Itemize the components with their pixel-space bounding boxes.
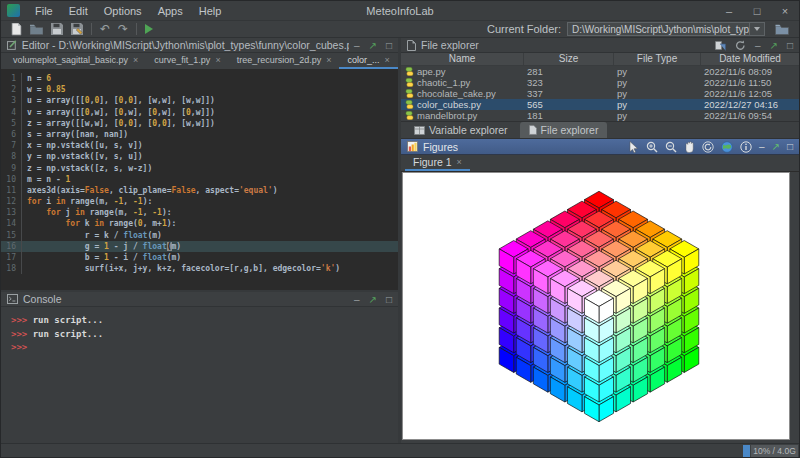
app-logo-icon [7, 4, 20, 17]
close-icon[interactable]: × [133, 55, 138, 65]
menu-options[interactable]: Options [96, 1, 150, 21]
browse-folder-button[interactable] [771, 22, 793, 37]
detach-panel-button[interactable]: ↗ [369, 38, 377, 53]
maximize-button[interactable]: □ [743, 1, 771, 21]
cursor-tool-button[interactable] [628, 141, 639, 153]
minimize-panel-button[interactable]: – [354, 292, 360, 307]
combobox-dropdown-button[interactable] [749, 23, 764, 35]
minimize-panel-button[interactable]: – [354, 38, 360, 53]
code-line: 6s = array([nan, nan]) [1, 129, 398, 140]
python-file-icon [405, 89, 414, 98]
tab-file-explorer[interactable]: File explorer [520, 122, 608, 138]
code-text: u = array([[0,0], [0,0], [w,w], [w,w]]) [22, 95, 215, 106]
close-icon[interactable]: × [384, 55, 389, 65]
tab-label: Variable explorer [429, 124, 508, 136]
explorer-tab-bar: Variable explorerFile explorer [401, 121, 799, 139]
editor-panel-controls: – ↗ □ [354, 38, 392, 53]
console-output[interactable]: >>> run script...>>> run script...>>> [1, 307, 398, 443]
code-text: z = array([[w,w], [0,0], [0,0], [w,w]]) [22, 118, 215, 129]
minimize-button[interactable]: – [715, 1, 743, 21]
code-line: 16 g = 1 - j / float(m) [1, 241, 398, 252]
new-file-icon [11, 23, 22, 36]
file-modified: 2022/12/27 04:16 [701, 99, 799, 110]
run-script-button[interactable] [141, 22, 157, 37]
tab-figure-1[interactable]: Figure 1 × [405, 154, 470, 171]
figure-canvas[interactable] [402, 172, 790, 440]
close-button[interactable]: × [771, 1, 799, 21]
file-row-color_cubes-py[interactable]: color_cubes.py565py2022/12/27 04:16 [401, 99, 799, 110]
close-icon[interactable]: × [215, 55, 220, 65]
menu-edit[interactable]: Edit [61, 1, 96, 21]
save-as-button[interactable] [67, 22, 87, 37]
pan-icon [684, 141, 695, 153]
open-folder-button[interactable] [26, 22, 47, 37]
refresh-icon[interactable] [735, 40, 746, 51]
window-controls: – □ × [715, 1, 799, 21]
file-row-ape-py[interactable]: ape.py281py2022/11/6 08:09 [401, 66, 799, 77]
editor-tab-curve-fit-1-py[interactable]: curve_fit_1.py× [146, 52, 228, 69]
zoom-out-tool-button[interactable] [665, 141, 677, 153]
maximize-panel-button[interactable]: □ [386, 38, 392, 53]
open-in-editor-icon[interactable] [715, 40, 726, 51]
save-button[interactable] [47, 22, 67, 37]
menu-apps[interactable]: Apps [150, 1, 191, 21]
open-folder-icon [30, 24, 43, 35]
globe-tool-button[interactable] [721, 141, 733, 153]
editor-tab-color-[interactable]: color_...× [339, 52, 397, 69]
code-line: 13 for j in range(m, -1, -1): [1, 207, 398, 218]
line-number: 11 [1, 185, 22, 196]
code-editor[interactable]: 1n = 62w = 0.853u = array([[0,0], [0,0],… [1, 70, 398, 290]
line-number: 12 [1, 196, 22, 207]
redo-button[interactable]: ↷ [114, 22, 132, 37]
column-header-size[interactable]: Size [524, 53, 614, 65]
file-row-chocolate_cake-py[interactable]: chocolate_cake.py337py2022/11/6 12:05 [401, 88, 799, 99]
editor-tab-volumeplot-sagittal-basic-py[interactable]: volumeplot_sagittal_basic.py× [5, 52, 146, 69]
code-text: for j in range(m, -1, -1): [22, 207, 172, 218]
current-folder-combobox[interactable]: D:\Working\MIScript\Jython\mis\plot_type… [567, 22, 765, 36]
column-header-name[interactable]: Name [401, 53, 524, 65]
figure-body [401, 172, 799, 443]
line-number: 17 [1, 252, 22, 263]
tab-variable-explorer[interactable]: Variable explorer [405, 122, 517, 138]
rotate-tool-button[interactable] [702, 141, 714, 153]
main-area: Editor - D:\Working\MIScript\Jython\mis\… [1, 38, 799, 443]
detach-panel-button[interactable]: ↗ [369, 292, 377, 307]
file-row-chaotic_1-py[interactable]: chaotic_1.py323py2022/11/6 11:50 [401, 77, 799, 88]
minimize-panel-button[interactable]: – [759, 139, 765, 154]
close-icon[interactable]: × [457, 157, 462, 167]
minimize-panel-button[interactable]: – [755, 38, 761, 53]
close-icon[interactable]: × [326, 55, 331, 65]
memory-usage-label: 10% / 4.0G [751, 445, 798, 457]
zoom-in-tool-button[interactable] [646, 141, 658, 153]
tab-label: curve_fit_1.py [154, 55, 210, 65]
file-name: chaotic_1.py [417, 77, 470, 88]
new-file-button[interactable] [7, 22, 26, 37]
pan-tool-button[interactable] [684, 141, 695, 153]
python-file-icon [405, 111, 414, 120]
maximize-panel-button[interactable]: □ [787, 139, 793, 154]
detach-panel-button[interactable]: ↗ [770, 38, 778, 53]
code-text: s = array([nan, nan]) [22, 129, 128, 140]
file-modified: 2022/11/6 11:50 [701, 77, 799, 88]
undo-button[interactable]: ↶ [96, 22, 114, 37]
terminal-icon [7, 294, 18, 304]
code-line: 10m = n - 1 [1, 174, 398, 185]
code-text: x = np.vstack([u, s, v]) [22, 140, 143, 151]
left-column: Editor - D:\Working\MIScript\Jython\mis\… [1, 38, 398, 443]
code-text: n = 6 [22, 73, 51, 84]
column-header-file-type[interactable]: File Type [614, 53, 701, 65]
maximize-panel-button[interactable]: □ [386, 292, 392, 307]
code-text: axes3d(axis=False, clip_plane=False, asp… [22, 185, 278, 196]
info-tool-button[interactable] [740, 141, 752, 153]
file-name: mandelbrot.py [417, 110, 477, 121]
column-header-date-modified[interactable]: Date Modified [701, 53, 799, 65]
maximize-panel-button[interactable]: □ [787, 38, 793, 53]
detach-panel-button[interactable]: ↗ [772, 139, 780, 154]
editor-tab-tree-recursion-2d-py[interactable]: tree_recursion_2d.py× [229, 52, 340, 69]
file-name: ape.py [417, 66, 446, 77]
file-row-mandelbrot-py[interactable]: mandelbrot.py181py2022/11/6 09:54 [401, 110, 799, 121]
edit-icon [7, 40, 17, 50]
menu-file[interactable]: File [27, 1, 61, 21]
menu-help[interactable]: Help [191, 1, 230, 21]
code-line: 8y = np.vstack([v, s, u]) [1, 151, 398, 162]
